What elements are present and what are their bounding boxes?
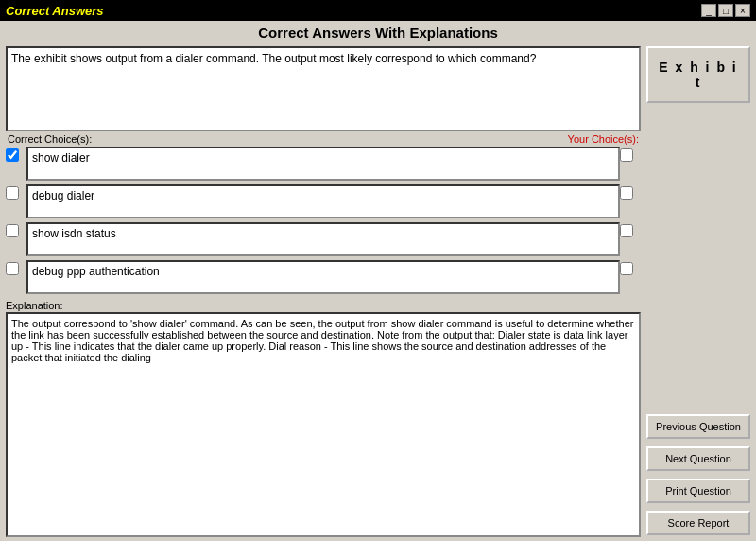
title-bar-controls[interactable]: _ □ × [701, 4, 750, 17]
print-question-button[interactable]: Print Question [646, 479, 750, 503]
correct-choices-label: Correct Choice(s): [8, 133, 92, 145]
correct-checkbox-3[interactable] [6, 224, 19, 237]
score-report-button[interactable]: Score Report [646, 511, 750, 535]
page-heading: Correct Answers With Explanations [6, 25, 750, 41]
previous-question-button[interactable]: Previous Question [646, 414, 750, 439]
right-panel: E x h i b i t Previous Question Next Que… [646, 46, 750, 537]
choice-row-4: debug ppp authentication [6, 260, 641, 294]
exhibit-button[interactable]: E x h i b i t [646, 46, 750, 103]
minimize-button[interactable]: _ [701, 4, 716, 17]
your-checkbox-1[interactable] [620, 148, 633, 162]
choice-row-3: show isdn status [6, 222, 641, 256]
next-question-button[interactable]: Next Question [646, 446, 750, 471]
close-button[interactable]: × [735, 4, 750, 17]
your-checkbox-4[interactable] [620, 262, 633, 275]
choices-header: Correct Choice(s): Your Choice(s): [6, 133, 641, 145]
choice-text-4: debug ppp authentication [26, 260, 620, 294]
choice-text-1: show dialer [26, 147, 620, 181]
choices-list: show dialerdebug dialershow isdn statusd… [6, 147, 641, 298]
title-bar-text: Correct Answers [6, 4, 104, 18]
correct-checkbox-1[interactable] [6, 148, 19, 162]
question-box: The exhibit shows output from a dialer c… [6, 46, 641, 131]
title-bar: Correct Answers _ □ × [0, 0, 756, 21]
choice-row-1: show dialer [6, 147, 641, 181]
left-panel: The exhibit shows output from a dialer c… [6, 46, 641, 537]
your-choices-label: Your Choice(s): [568, 133, 639, 145]
choice-text-3: show isdn status [26, 222, 620, 256]
choice-row-2: debug dialer [6, 184, 641, 218]
explanation-label: Explanation: [6, 300, 641, 311]
explanation-box: The output correspond to 'show dialer' c… [6, 312, 641, 537]
maximize-button[interactable]: □ [718, 4, 733, 17]
your-checkbox-3[interactable] [620, 224, 633, 237]
correct-checkbox-4[interactable] [6, 262, 19, 275]
correct-checkbox-2[interactable] [6, 186, 19, 200]
your-checkbox-2[interactable] [620, 186, 633, 200]
choice-text-2: debug dialer [26, 184, 620, 218]
